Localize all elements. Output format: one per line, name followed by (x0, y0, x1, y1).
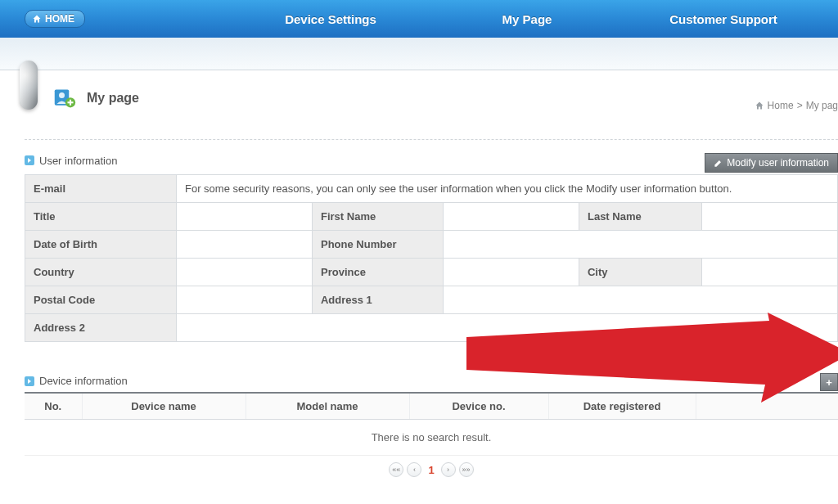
home-label: HOME (45, 13, 74, 25)
page-title: My page (87, 91, 139, 106)
value-province (443, 259, 579, 286)
breadcrumb-home-icon (755, 101, 764, 110)
value-phone (443, 231, 837, 259)
value-addr1 (443, 286, 837, 314)
col-date-reg: Date registered (548, 393, 696, 420)
col-device-no: Device no. (409, 393, 548, 420)
col-device-name: Device name (82, 393, 246, 420)
tab-customer-support[interactable]: Customer Support (625, 12, 838, 26)
device-table: No. Device name Model name Device no. Da… (25, 392, 838, 456)
value-title (177, 203, 313, 231)
label-addr1: Address 1 (312, 286, 443, 314)
label-first-name: First Name (312, 203, 443, 231)
home-button[interactable]: HOME (25, 10, 85, 28)
device-info-heading: Device information (25, 375, 838, 387)
label-addr2: Address 2 (25, 314, 177, 342)
plus-icon: + (826, 376, 832, 389)
pencil-icon (714, 159, 723, 168)
col-blank (696, 393, 838, 420)
label-email: E-mail (25, 175, 177, 203)
notice-text: For some security reasons, you can only … (177, 175, 838, 203)
section-arrow-icon (25, 155, 34, 165)
spiral-binding-graphic (20, 61, 38, 110)
home-icon (32, 14, 42, 24)
modify-btn-label: Modify user information (727, 157, 829, 169)
label-postal: Postal Code (25, 286, 177, 314)
breadcrumb-sep: > (797, 100, 803, 111)
label-dob: Date of Birth (25, 231, 177, 259)
page-title-row: My page Home > My pag (25, 70, 838, 115)
pagination: «« ‹ 1 › »» (25, 456, 838, 484)
tab-my-page[interactable]: My Page (429, 12, 625, 26)
pager-first[interactable]: «« (389, 462, 403, 477)
user-info-table: E-mail For some security reasons, you ca… (25, 174, 838, 342)
my-page-icon (52, 87, 77, 110)
add-device-button[interactable]: + (820, 373, 838, 391)
pager-next[interactable]: › (441, 462, 456, 477)
value-postal (177, 286, 313, 314)
user-info-heading: User information (25, 155, 117, 167)
label-country: Country (25, 259, 177, 286)
value-dob (177, 231, 313, 259)
modify-user-info-button[interactable]: Modify user information (705, 153, 838, 173)
col-no: No. (25, 393, 82, 420)
col-model-name: Model name (246, 393, 409, 420)
breadcrumb: Home > My pag (755, 100, 838, 111)
breadcrumb-home[interactable]: Home (768, 100, 794, 111)
no-result-text: There is no search result. (25, 420, 838, 456)
breadcrumb-current: My pag (806, 100, 838, 111)
value-addr2 (177, 314, 838, 342)
label-title: Title (25, 203, 177, 231)
label-phone: Phone Number (312, 231, 443, 259)
device-info-label: Device information (39, 375, 128, 387)
subheader-bar (0, 38, 838, 70)
top-nav: HOME Device Settings My Page Customer Su… (0, 0, 838, 38)
svg-point-1 (59, 92, 65, 98)
pager-prev[interactable]: ‹ (407, 462, 421, 477)
pager-last[interactable]: »» (459, 462, 474, 477)
value-first-name (443, 203, 579, 231)
value-city (701, 259, 837, 286)
label-province: Province (312, 259, 443, 286)
section-arrow-icon (25, 376, 34, 386)
value-country (177, 259, 313, 286)
user-info-label: User information (39, 155, 117, 167)
svg-rect-4 (68, 101, 74, 103)
tab-device-settings[interactable]: Device Settings (232, 12, 429, 26)
value-last-name (701, 203, 837, 231)
label-last-name: Last Name (579, 203, 701, 231)
pager-current: 1 (425, 464, 437, 476)
label-city: City (579, 259, 701, 286)
